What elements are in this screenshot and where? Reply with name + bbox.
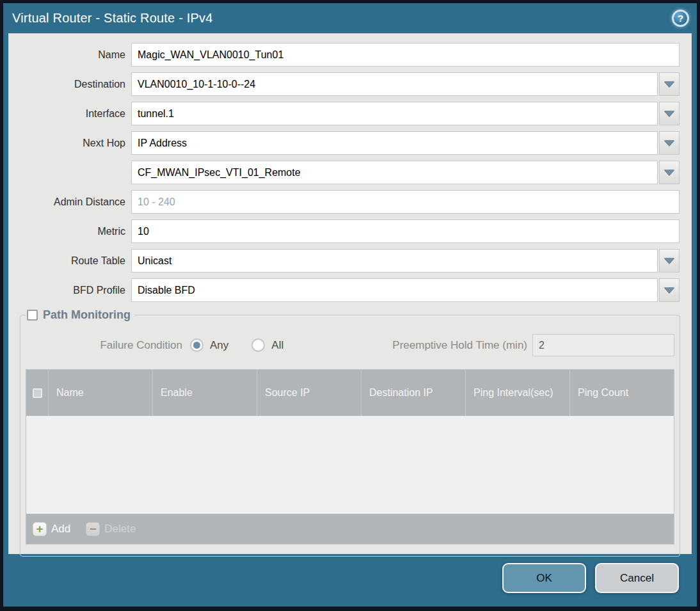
dialog-title: Virtual Router - Static Route - IPv4 xyxy=(12,11,213,26)
column-header-name[interactable]: Name xyxy=(48,370,152,416)
name-input[interactable] xyxy=(131,43,680,67)
preemptive-hold-time-input[interactable] xyxy=(532,334,674,356)
column-header-ping-count[interactable]: Ping Count xyxy=(569,370,674,416)
table-body-empty xyxy=(26,416,674,514)
metric-label: Metric xyxy=(9,226,131,237)
column-header-enable[interactable]: Enable xyxy=(152,370,257,416)
destination-dropdown-button[interactable] xyxy=(659,72,680,96)
add-button[interactable]: + Add xyxy=(33,522,70,536)
table-footer-bar: + Add − Delete xyxy=(26,514,674,544)
form-row-interface: Interface xyxy=(9,102,680,125)
route-table-dropdown-button[interactable] xyxy=(659,249,680,273)
admin-distance-label: Admin Distance xyxy=(9,196,131,208)
minus-icon: − xyxy=(86,522,100,536)
form-row-destination: Destination xyxy=(9,72,680,96)
path-monitoring-section: Path Monitoring Failure Condition Any Al… xyxy=(20,308,680,557)
interface-label: Interface xyxy=(9,108,131,120)
form-row-admin-distance: Admin Distance xyxy=(9,190,680,214)
delete-button-label: Delete xyxy=(104,523,136,536)
destination-input[interactable] xyxy=(131,72,658,96)
chevron-down-icon xyxy=(664,287,674,293)
radio-all[interactable] xyxy=(251,338,265,352)
form-row-next-hop: Next Hop xyxy=(9,131,680,155)
chevron-down-icon xyxy=(664,111,674,116)
form-row-next-hop-value xyxy=(9,161,680,184)
route-table-label: Route Table xyxy=(9,255,131,267)
next-hop-address-input[interactable] xyxy=(131,161,658,184)
interface-input[interactable] xyxy=(131,102,658,125)
form-row-name: Name xyxy=(9,43,680,67)
plus-icon: + xyxy=(33,522,47,536)
ok-button[interactable]: OK xyxy=(502,563,586,593)
delete-button[interactable]: − Delete xyxy=(86,522,136,536)
form-row-metric: Metric xyxy=(9,219,680,243)
add-button-label: Add xyxy=(51,523,70,536)
path-monitoring-legend: Path Monitoring xyxy=(26,308,134,322)
bfd-profile-input[interactable] xyxy=(131,278,658,302)
name-label: Name xyxy=(9,49,131,61)
bfd-profile-dropdown-button[interactable] xyxy=(659,278,680,302)
radio-all-label: All xyxy=(271,339,283,352)
route-table-input[interactable] xyxy=(131,249,658,273)
radio-any[interactable] xyxy=(190,338,203,352)
next-hop-label: Next Hop xyxy=(9,138,131,149)
admin-distance-input[interactable] xyxy=(131,190,680,214)
dialog-footer: OK Cancel xyxy=(3,554,697,607)
dialog-titlebar: Virtual Router - Static Route - IPv4 ? xyxy=(3,3,697,33)
next-hop-dropdown-button[interactable] xyxy=(659,131,680,155)
next-hop-address-dropdown-button[interactable] xyxy=(659,161,680,184)
failure-condition-row: Failure Condition Any All Preemptive Hol… xyxy=(26,333,674,357)
destination-label: Destination xyxy=(9,79,131,90)
metric-input[interactable] xyxy=(131,219,680,243)
chevron-down-icon xyxy=(664,258,674,264)
table-header-row: Name Enable Source IP Destination IP Pin… xyxy=(26,370,674,416)
dialog-content: Name Destination Interface Next Hop xyxy=(8,33,692,554)
cancel-button[interactable]: Cancel xyxy=(595,563,679,593)
help-icon[interactable]: ? xyxy=(672,10,689,27)
next-hop-type-input[interactable] xyxy=(131,131,658,155)
path-monitoring-checkbox[interactable] xyxy=(27,310,38,321)
column-header-ping-interval[interactable]: Ping Interval(sec) xyxy=(465,370,569,416)
chevron-down-icon xyxy=(664,140,674,146)
dialog-window: Virtual Router - Static Route - IPv4 ? N… xyxy=(3,3,697,607)
interface-dropdown-button[interactable] xyxy=(659,102,680,125)
failure-condition-radio-group: Any All xyxy=(190,338,300,352)
column-header-destination-ip[interactable]: Destination IP xyxy=(361,370,465,416)
path-monitoring-label: Path Monitoring xyxy=(43,308,131,322)
form-row-route-table: Route Table xyxy=(9,249,680,273)
path-monitoring-table: Name Enable Source IP Destination IP Pin… xyxy=(26,369,674,544)
radio-any-label: Any xyxy=(210,339,228,352)
chevron-down-icon xyxy=(664,170,674,175)
preemptive-hold-time-label: Preemptive Hold Time (min) xyxy=(392,339,532,352)
column-header-source-ip[interactable]: Source IP xyxy=(257,370,361,416)
table-header-checkbox-cell xyxy=(26,370,48,416)
bfd-profile-label: BFD Profile xyxy=(9,285,131,296)
chevron-down-icon xyxy=(664,81,674,87)
select-all-checkbox[interactable] xyxy=(33,388,42,398)
failure-condition-label: Failure Condition xyxy=(26,339,190,352)
form-row-bfd-profile: BFD Profile xyxy=(9,278,680,302)
